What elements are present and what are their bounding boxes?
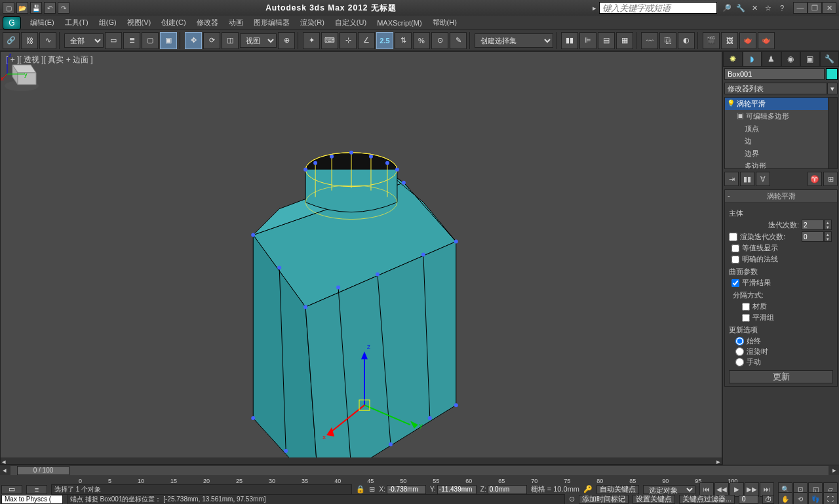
dropdown-icon[interactable]: ▾ (827, 83, 838, 94)
menu-create[interactable]: 创建(C) (156, 16, 191, 29)
maxscript-input[interactable] (1, 495, 63, 504)
menu-group[interactable]: 组(G) (94, 16, 122, 29)
slider-right-icon[interactable]: ▸ (830, 466, 839, 475)
by-smoothgroup-check[interactable] (742, 314, 750, 322)
walk-icon[interactable]: 👣 (808, 492, 823, 505)
select-icon[interactable]: ▭ (105, 32, 122, 49)
update-always-radio[interactable] (735, 337, 744, 345)
tab-create-icon[interactable]: ✺ (723, 51, 743, 67)
spinner-snap-icon[interactable]: ⇅ (395, 32, 412, 49)
modifier-list-combo[interactable] (724, 83, 827, 94)
viewport[interactable]: [ + ][ 透视 ][ 真实 + 边面 ] (0, 51, 722, 465)
render-icon[interactable]: 🫖 (739, 32, 756, 49)
time-slider-thumb[interactable]: 0 / 100 (17, 466, 69, 475)
trackbar-toggle-icon[interactable]: ▭ (1, 485, 22, 494)
orbit-icon[interactable]: ⟲ (793, 492, 808, 505)
infocenter-arrow-icon[interactable]: ▸ (593, 4, 596, 12)
select-region-icon[interactable]: ▢ (142, 32, 159, 49)
snaps-toggle-icon[interactable]: ⊙ (431, 32, 448, 49)
restore-button[interactable]: ❐ (808, 2, 822, 14)
tab-modify-icon[interactable]: ◗ (743, 51, 762, 67)
undo-icon[interactable]: ↶ (44, 2, 56, 14)
edit-named-sel-icon[interactable]: ✎ (450, 32, 467, 49)
redo-icon[interactable]: ↷ (58, 2, 69, 14)
menu-help[interactable]: 帮助(H) (427, 16, 462, 29)
isoline-check[interactable] (732, 244, 739, 252)
keyfilter-button[interactable]: 关键点过滤器... (679, 495, 735, 504)
render-prod-icon[interactable]: 🫖 (758, 32, 775, 49)
menu-maxscript[interactable]: MAXScript(M) (372, 18, 427, 28)
pan-icon[interactable]: ✋ (778, 492, 792, 505)
mini-listener-icon[interactable]: ≡ (26, 485, 47, 494)
angle-snap-icon[interactable]: ∠ (358, 32, 375, 49)
stack-sub-border[interactable]: 边界 (725, 147, 837, 160)
configure-icon[interactable]: ⊞ (823, 172, 838, 186)
help-icon[interactable]: ? (776, 2, 788, 14)
time-config-button[interactable]: ⏱ (762, 495, 774, 504)
spinner-arrows-icon[interactable]: ▴▾ (824, 231, 832, 242)
pin-stack-icon[interactable]: ⇥ (724, 172, 739, 186)
rollout-header[interactable]: -涡轮平滑 (725, 190, 837, 203)
menu-edit[interactable]: 编辑(E) (25, 16, 60, 29)
update-button[interactable]: 更新 (729, 370, 833, 383)
menu-customize[interactable]: 自定义(U) (330, 16, 372, 29)
add-time-tag[interactable]: 添加时间标记 (579, 495, 629, 504)
exchange-icon[interactable]: ✕ (749, 2, 760, 14)
stack-sub-edge[interactable]: 边 (725, 135, 837, 147)
maximize-viewport-icon[interactable]: ⛶ (823, 492, 838, 505)
coord-x-input[interactable] (387, 485, 426, 494)
viewport-scrollbar-h[interactable]: ◂▸ (1, 457, 722, 464)
layers-icon[interactable]: ▤ (598, 32, 615, 49)
render-iter-check[interactable] (729, 233, 737, 241)
link-icon[interactable]: 🔗 (3, 32, 20, 49)
coord-z-input[interactable] (488, 485, 527, 494)
coord-y-input[interactable] (437, 485, 477, 494)
menu-modifiers[interactable]: 修改器 (191, 16, 224, 29)
mirror-icon[interactable]: ▮▮ (561, 32, 578, 49)
menu-tools[interactable]: 工具(T) (60, 16, 94, 29)
isolate-icon[interactable]: ⊙ (569, 495, 575, 503)
by-material-check[interactable] (742, 303, 750, 311)
schematic-icon[interactable]: ⿻ (659, 32, 676, 49)
select-by-name-icon[interactable]: ≣ (123, 32, 140, 49)
layer-manager-icon[interactable]: ▦ (616, 32, 633, 49)
stack-item-epoly[interactable]: ▣ 可编辑多边形 (725, 110, 837, 123)
manipulate-icon[interactable]: ✦ (303, 32, 320, 49)
tab-utilities-icon[interactable]: 🔧 (820, 51, 840, 67)
save-icon[interactable]: 💾 (30, 2, 42, 14)
update-render-radio[interactable] (735, 347, 744, 356)
spinner-arrows-icon[interactable]: ▴▾ (824, 220, 832, 230)
close-button[interactable]: ✕ (822, 2, 836, 14)
menu-animation[interactable]: 动画 (224, 16, 248, 29)
snap-icon[interactable]: ⊹ (340, 32, 357, 49)
percent-icon[interactable]: % (413, 32, 430, 49)
rotate-icon[interactable]: ⟳ (203, 32, 220, 49)
window-crossing-icon[interactable]: ▣ (160, 32, 177, 49)
scale-icon[interactable]: ◫ (222, 32, 239, 49)
object-name-input[interactable] (724, 68, 825, 80)
current-frame-input[interactable] (739, 495, 758, 504)
menu-grapheditors[interactable]: 图形编辑器 (248, 16, 295, 29)
setkey-button[interactable]: 设置关键点 (633, 495, 675, 504)
tab-display-icon[interactable]: ▣ (800, 51, 820, 67)
new-icon[interactable]: ▢ (3, 2, 14, 14)
time-slider[interactable]: 0 / 100 (10, 466, 829, 475)
binoculars-icon[interactable]: 🔎 (721, 2, 733, 14)
render-iter-input[interactable] (802, 231, 824, 242)
stack-sub-polygon[interactable]: 多边形 (725, 160, 837, 169)
autokey-button[interactable]: 自动关键点 (596, 485, 639, 494)
selection-filter-combo[interactable]: 全部 (64, 33, 104, 48)
curve-editor-icon[interactable]: 〰 (641, 32, 658, 49)
remove-mod-icon[interactable]: ♈ (808, 172, 822, 186)
menu-views[interactable]: 视图(V) (122, 16, 157, 29)
align-icon[interactable]: ⊫ (579, 32, 596, 49)
collapse-icon[interactable]: - (728, 191, 730, 199)
key-target-combo[interactable]: 选定对象 (643, 485, 695, 494)
material-editor-icon[interactable]: ◐ (678, 32, 695, 49)
bind-icon[interactable]: ∿ (39, 32, 56, 49)
stack-sub-vertex[interactable]: 顶点 (725, 123, 837, 135)
key-icon[interactable]: 🔧 (735, 2, 747, 14)
named-selection-combo[interactable]: 创建选择集 (475, 33, 553, 48)
tab-hierarchy-icon[interactable]: ♟ (762, 51, 781, 67)
show-end-result-icon[interactable]: ▮▮ (740, 172, 754, 186)
